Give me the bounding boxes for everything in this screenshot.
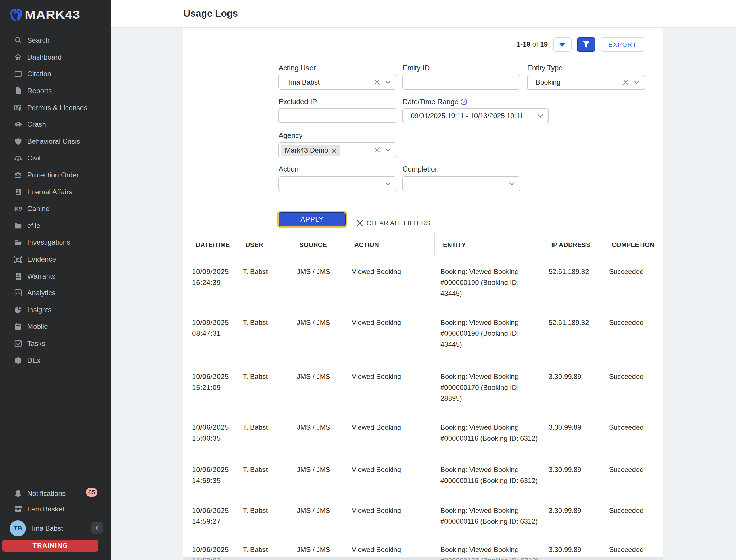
svg-text:?: ? bbox=[463, 99, 465, 104]
